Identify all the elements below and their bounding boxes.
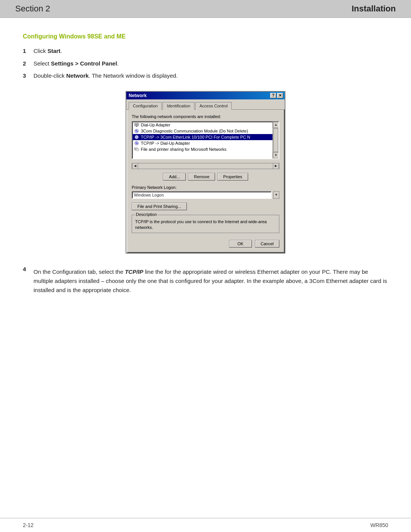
dialog-body: The following network components are ins… xyxy=(126,110,285,253)
close-button[interactable]: ✕ xyxy=(277,93,283,98)
action-buttons: Add... Remove Properties xyxy=(132,173,279,181)
list-item-3com-diag-label: 3Com Diagnostic Communciation Module (Do… xyxy=(141,129,248,133)
cancel-button[interactable]: Cancel xyxy=(255,240,279,248)
list-item-3com-diag[interactable]: 3Com Diagnostic Communciation Module (Do… xyxy=(132,128,279,134)
step-3-num: 3 xyxy=(23,72,33,80)
description-text: TCP/IP is the protocol you use to connec… xyxy=(135,219,276,231)
hscrollbar-left[interactable]: ◀ xyxy=(132,163,138,169)
titlebar-buttons: ? ✕ xyxy=(270,93,283,98)
ok-cancel-row: OK Cancel xyxy=(132,238,279,248)
dialog-tabs: Configuration Identification Access Cont… xyxy=(126,99,285,110)
step-2-text: Select Settings > Control Panel. xyxy=(33,59,388,68)
step-1-num: 1 xyxy=(23,47,33,56)
file-print-sharing-button[interactable]: File and Print Sharing... xyxy=(132,203,187,210)
main-content: Configuring Windows 98SE and ME 1 Click … xyxy=(0,18,411,318)
list-item-tcpip-3com[interactable]: TCP/IP -> 3Com EtherLink 10/100 PCI For … xyxy=(132,134,279,140)
hscrollbar-right[interactable]: ▶ xyxy=(273,163,279,169)
list-scrollbar[interactable]: ▲ ▼ xyxy=(272,122,279,158)
scrollbar-thumb[interactable] xyxy=(273,128,278,152)
step-1-text: Click Start. xyxy=(33,47,388,56)
network-components-list[interactable]: Dial-Up Adapter 3Com Diagnostic Communci… xyxy=(132,121,279,159)
primary-logon-dropdown[interactable]: Windows Logon xyxy=(132,191,272,199)
network-dialog: Network ? ✕ Configuration Identification… xyxy=(126,91,285,254)
svg-rect-7 xyxy=(136,149,139,151)
installation-label: Installation xyxy=(352,4,396,14)
header-bar: Section 2 Installation xyxy=(0,0,411,18)
footer: 2-12 WR850 xyxy=(0,518,411,532)
dialog-title: Network xyxy=(129,93,270,98)
tcpip-3com-icon xyxy=(134,134,139,140)
list-item-file-sharing[interactable]: File and printer sharing for Microsoft N… xyxy=(132,146,279,152)
primary-logon-label: Primary Network Logon: xyxy=(132,185,279,190)
list-hscrollbar[interactable]: ◀ ▶ xyxy=(132,163,279,169)
ok-button[interactable]: OK xyxy=(229,240,252,248)
list-item-dialup[interactable]: Dial-Up Adapter xyxy=(132,122,279,128)
properties-button[interactable]: Properties xyxy=(217,173,248,181)
tcpip-dialup-icon xyxy=(134,141,139,146)
section-title: Configuring Windows 98SE and ME xyxy=(23,33,388,40)
step-3: 3 Double-click Network. The Network wind… xyxy=(23,72,388,80)
3com-diag-icon xyxy=(134,128,139,134)
step-2: 2 Select Settings > Control Panel. xyxy=(23,59,388,68)
hscrollbar-track xyxy=(138,163,273,169)
tab-configuration[interactable]: Configuration xyxy=(129,102,162,110)
file-sharing-icon xyxy=(134,147,139,152)
list-item-tcpip-dialup-label: TCP/IP -> Dial-Up Adapter xyxy=(141,141,190,145)
svg-rect-1 xyxy=(135,124,138,125)
scrollbar-up[interactable]: ▲ xyxy=(273,122,279,128)
dialog-titlebar: Network ? ✕ xyxy=(126,92,285,99)
list-item-dialup-label: Dial-Up Adapter xyxy=(141,123,170,127)
tab-access-control[interactable]: Access Control xyxy=(195,102,232,110)
list-item-tcpip-3com-label: TCP/IP -> 3Com EtherLink 10/100 PCI For … xyxy=(141,135,250,139)
page-number: 2-12 xyxy=(23,522,33,528)
dialog-container: Network ? ✕ Configuration Identification… xyxy=(23,91,388,254)
step-4: 4 On the Configuration tab, select the T… xyxy=(23,266,388,295)
list-label: The following network components are ins… xyxy=(132,114,279,119)
section-label: Section 2 xyxy=(15,4,50,14)
primary-logon-row: Windows Logon ▼ xyxy=(132,191,279,199)
step-1: 1 Click Start. xyxy=(23,47,388,56)
tab-identification[interactable]: Identification xyxy=(162,102,194,110)
remove-button[interactable]: Remove xyxy=(188,173,215,181)
step-list: 1 Click Start. 2 Select Settings > Contr… xyxy=(23,47,388,80)
add-button[interactable]: Add... xyxy=(163,173,186,181)
dropdown-arrow-icon[interactable]: ▼ xyxy=(273,191,279,199)
dialup-adapter-icon xyxy=(134,122,139,128)
list-item-tcpip-dialup[interactable]: TCP/IP -> Dial-Up Adapter xyxy=(132,140,279,146)
file-sharing-button-row: File and Print Sharing... xyxy=(132,203,279,210)
help-button[interactable]: ? xyxy=(270,93,276,98)
scrollbar-down[interactable]: ▼ xyxy=(273,152,279,158)
model-number: WR850 xyxy=(370,522,388,528)
svg-rect-2 xyxy=(136,126,137,127)
step-3-text: Double-click Network. The Network window… xyxy=(33,72,388,80)
step-4-num: 4 xyxy=(23,266,33,295)
step-4-text: On the Configuration tab, select the TCP… xyxy=(33,267,388,295)
list-item-file-sharing-label: File and printer sharing for Microsoft N… xyxy=(141,147,226,152)
description-legend: Description xyxy=(135,212,158,217)
step-2-num: 2 xyxy=(23,59,33,68)
description-group: Description TCP/IP is the protocol you u… xyxy=(132,215,279,233)
